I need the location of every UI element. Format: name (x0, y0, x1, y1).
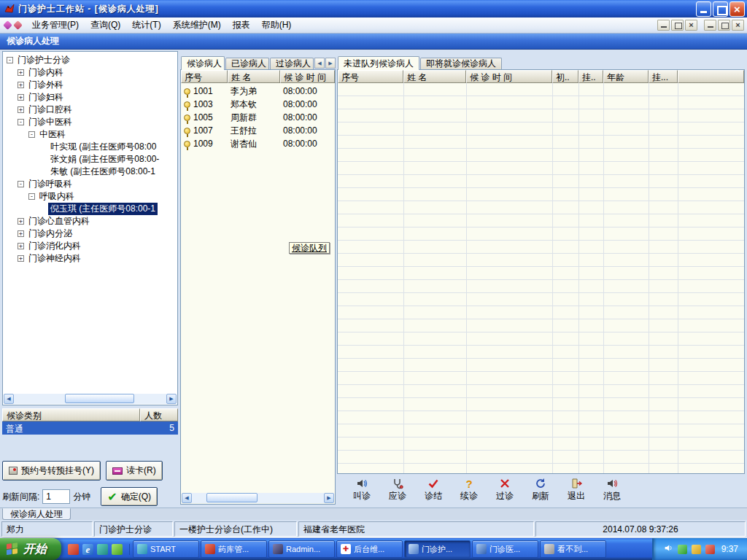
scroll-right-icon[interactable] (324, 493, 334, 503)
tree-item[interactable]: + 门诊妇科 (4, 91, 177, 104)
menu-item[interactable]: 系统维护(M) (167, 17, 227, 34)
queue-status-tab[interactable]: 未进队列候诊病人 (338, 56, 419, 70)
tree-expander-icon[interactable]: - (28, 193, 35, 200)
tree-item[interactable]: + 门诊内科 (4, 66, 177, 79)
tree-expander-icon[interactable]: + (18, 94, 24, 101)
scroll-right-icon[interactable] (166, 394, 177, 404)
menu-item[interactable]: 帮助(H) (256, 17, 298, 34)
tree-expander-icon[interactable]: + (18, 230, 24, 237)
queue-status-tab[interactable]: 即将就诊候诊病人 (420, 58, 502, 69)
refresh-interval-input[interactable] (42, 489, 70, 504)
patient-row[interactable]: 1001 李为弟 08:00:00 (181, 85, 335, 98)
start-button[interactable]: 开始 (0, 538, 61, 560)
tree-item[interactable]: 张文娟 (副主任医师号08:00- (4, 153, 177, 166)
scroll-thumb[interactable] (206, 493, 258, 502)
tree-item[interactable]: 倪玉琪 (主任医师号08:00-1 (4, 203, 177, 215)
message-button[interactable]: 消息 (597, 476, 627, 504)
taskbar-button-start-app[interactable]: START (133, 540, 199, 558)
tree-expander-icon[interactable]: + (18, 82, 24, 88)
middle-hscrollbar[interactable] (182, 493, 334, 503)
patient-row[interactable]: 1003 郑本钦 08:00:00 (181, 98, 335, 111)
tray-icon-2[interactable] (678, 545, 687, 554)
queue-tab[interactable]: 候诊病人 (181, 56, 225, 70)
taskbar-button-other[interactable]: 看不到... (540, 540, 606, 558)
taskbar-button-nurse-station[interactable]: 门诊护... (404, 540, 471, 558)
menu-item[interactable]: 查询(Q) (85, 17, 126, 34)
tree-item[interactable]: - 中医科 (4, 128, 177, 141)
tree-item[interactable]: - 呼吸内科 (4, 190, 177, 203)
tree-expander-icon[interactable]: + (18, 69, 24, 76)
tree-expander-icon[interactable]: + (18, 255, 24, 262)
tab-waiting-processing[interactable]: 候诊病人处理 (2, 508, 71, 520)
reserve-transfer-button[interactable]: 预约号转预挂号(Y) (2, 461, 101, 481)
internet-explorer-icon[interactable] (82, 544, 93, 555)
minimize-button[interactable] (696, 1, 711, 17)
quicklaunch-icon-4[interactable] (112, 544, 123, 555)
taskbar-button-pharmacy[interactable]: 药库管... (201, 540, 267, 558)
tree-hscrollbar[interactable] (4, 394, 177, 404)
accept-patient-button[interactable]: 应诊 (383, 476, 412, 504)
menu-item[interactable]: 业务管理(P) (26, 17, 85, 34)
tab-scroll-left-icon[interactable] (314, 58, 325, 69)
patient-row[interactable]: 1007 王舒拉 08:00:00 (181, 124, 335, 137)
tree-expander-icon[interactable]: - (28, 131, 35, 138)
class-row[interactable]: 普通 5 (2, 421, 178, 435)
confirm-button[interactable]: 确定(Q) (101, 487, 158, 506)
menu-item[interactable]: 统计(T) (126, 17, 166, 34)
continue-visit-button[interactable]: ? 续诊 (454, 476, 484, 504)
menu-item[interactable]: 报表 (227, 17, 256, 34)
tree-item[interactable]: - 门诊护士分诊 (4, 54, 177, 66)
tree-expander-icon[interactable]: + (18, 218, 24, 225)
tree-item[interactable]: 朱敏 (副主任医师号08:00-1 (4, 166, 177, 178)
mdi-restore-icon[interactable] (671, 20, 684, 31)
skip-patient-button[interactable]: 过诊 (490, 476, 519, 504)
mdi-close-icon[interactable] (685, 20, 697, 31)
tray-speaker-icon[interactable] (664, 543, 673, 555)
call-patient-button[interactable]: 叫诊 (347, 476, 376, 504)
patient-row[interactable]: 1009 谢杏仙 08:00:00 (181, 137, 335, 150)
tree-expander-icon[interactable]: - (18, 181, 24, 187)
tree-expander-icon[interactable]: + (18, 106, 24, 113)
scroll-track[interactable] (192, 493, 324, 503)
tree-expander-icon[interactable]: + (18, 243, 24, 249)
tree-item[interactable]: - 门诊中医科 (4, 116, 177, 128)
tree-expander-icon[interactable]: - (7, 57, 13, 63)
tree-item[interactable]: + 门诊口腔科 (4, 104, 177, 116)
scroll-left-icon[interactable] (182, 493, 192, 503)
tree-item[interactable]: 叶实现 (副主任医师号08:00 (4, 141, 177, 153)
tree-item[interactable]: + 门诊内分泌 (4, 228, 177, 240)
mdi-minimize-icon[interactable] (657, 20, 670, 31)
scroll-left-icon[interactable] (4, 394, 14, 404)
tab-scroll-right-icon[interactable] (325, 58, 336, 69)
tray-icon-3[interactable] (692, 545, 701, 554)
exit-button[interactable]: 退出 (562, 476, 591, 504)
read-card-button[interactable]: 读卡(R) (106, 461, 163, 481)
tray-icon-4[interactable] (705, 545, 715, 554)
queue-tab[interactable]: 过诊病人 (270, 58, 314, 69)
child-close-icon[interactable] (732, 20, 744, 31)
app-icon (3, 3, 15, 15)
quicklaunch-icon-3[interactable] (97, 544, 108, 555)
child-restore-icon[interactable] (718, 20, 730, 31)
taskbar-button-clinic[interactable]: 门诊医... (472, 540, 538, 558)
restore-button[interactable] (713, 1, 728, 17)
refresh-button[interactable]: 刷新 (526, 476, 555, 504)
taskbar-button-backend[interactable]: 后台维... (336, 540, 403, 558)
tree-item[interactable]: - 门诊呼吸科 (4, 178, 177, 190)
patient-id: 1003 (193, 99, 213, 109)
tab-scroll-control (314, 58, 336, 69)
scroll-track[interactable] (14, 394, 166, 404)
tree-item[interactable]: + 门诊外科 (4, 79, 177, 91)
tree-expander-icon[interactable]: - (18, 119, 24, 125)
child-minimize-icon[interactable] (704, 20, 716, 31)
patient-row[interactable]: 1005 周新群 08:00:00 (181, 111, 335, 124)
queue-tab[interactable]: 已诊病人 (225, 58, 269, 69)
close-button[interactable] (729, 1, 745, 17)
finish-visit-button[interactable]: 诊结 (419, 476, 448, 504)
tree-item[interactable]: + 门诊心血管内科 (4, 215, 177, 228)
tree-item[interactable]: + 门诊消化内科 (4, 240, 177, 252)
quicklaunch-icon-1[interactable] (68, 544, 79, 555)
scroll-thumb[interactable] (65, 394, 134, 403)
taskbar-button-radmin[interactable]: Radmin... (268, 540, 335, 558)
tree-item[interactable]: + 门诊神经内科 (4, 252, 177, 265)
